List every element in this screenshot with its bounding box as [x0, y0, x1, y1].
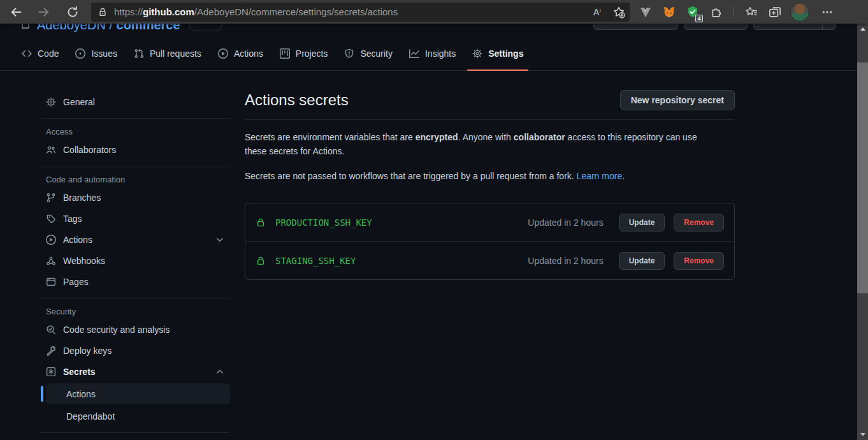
tab-issues[interactable]: Issues	[69, 36, 123, 70]
actions-secrets-panel: Actions secrets New repository secret Se…	[245, 90, 735, 439]
code-icon	[22, 48, 32, 59]
star-button[interactable]	[753, 24, 836, 30]
browser-back-button[interactable]	[5, 3, 27, 22]
repo-breadcrumb: AdeboyeDN / commerce	[37, 24, 180, 33]
tab-pull-requests[interactable]: Pull requests	[127, 36, 208, 70]
add-favorite-star-icon[interactable]	[608, 4, 630, 20]
browser-menu-dots-icon[interactable]	[816, 4, 838, 20]
fork-button[interactable]	[684, 24, 748, 30]
new-repository-secret-button[interactable]: New repository secret	[620, 90, 735, 110]
browser-profile-avatar[interactable]	[790, 3, 809, 22]
secrets-intro-text: Secrets are environment variables that a…	[245, 130, 718, 159]
update-secret-button[interactable]: Update	[619, 214, 665, 231]
extensions-row: 4	[637, 3, 838, 22]
repo-owner-link[interactable]: AdeboyeDN	[37, 24, 106, 32]
sidebar-section-security: Security	[41, 304, 230, 319]
sidebar-item-tags[interactable]: Tags	[41, 208, 230, 229]
url-protocol: https://	[114, 6, 143, 17]
url-text: https://github.com/AdeboyeDN/commerce/se…	[114, 6, 586, 17]
chevron-up-icon	[215, 367, 225, 377]
issue-icon	[75, 48, 85, 59]
browser-forward-button[interactable]	[33, 3, 55, 22]
sidebar-item-collaborators[interactable]: Collaborators	[41, 139, 230, 160]
secret-updated: Updated in 2 hours	[528, 256, 603, 266]
learn-more-link[interactable]: Learn more	[577, 171, 623, 181]
read-aloud-button[interactable]: A	[586, 4, 608, 20]
tab-insights[interactable]: Insights	[403, 36, 462, 70]
extensions-puzzle-icon[interactable]	[708, 4, 725, 20]
fork-note-text: Secrets are not passed to workflows that…	[245, 169, 718, 183]
sidebar-item-pages[interactable]: Pages	[41, 271, 230, 292]
people-icon	[46, 145, 56, 155]
lock-icon	[256, 217, 266, 228]
scrollbar-up-arrow[interactable]	[857, 24, 868, 34]
pull-request-icon	[134, 48, 144, 59]
webhook-icon	[46, 256, 56, 266]
toolbar-divider	[734, 6, 734, 18]
tab-security[interactable]: Security	[338, 36, 399, 70]
sidebar-divider	[41, 166, 230, 166]
play-circle-icon	[218, 48, 228, 59]
page-scrollbar[interactable]	[857, 24, 868, 440]
tag-icon	[46, 214, 56, 224]
sidebar-item-secrets[interactable]: Secrets	[41, 361, 230, 382]
header-divider	[245, 119, 735, 120]
secret-row: STAGING_SSH_KEY Updated in 2 hours Updat…	[245, 241, 734, 279]
sidebar-item-code-security[interactable]: Code security and analysis	[41, 319, 230, 340]
repo-nav-tabs: Code Issues Pull requests Actions Projec…	[0, 36, 857, 71]
url-domain: github.com	[143, 6, 194, 17]
tab-code[interactable]: Code	[15, 36, 65, 70]
sidebar-section-code-automation: Code and automation	[41, 172, 230, 187]
gear-icon	[472, 48, 482, 59]
secret-name: PRODUCTION_SSH_KEY	[275, 217, 372, 228]
browser-window-icon	[46, 277, 56, 287]
secret-asterisk-icon	[46, 367, 56, 377]
collections-icon[interactable]	[767, 4, 783, 20]
tab-actions[interactable]: Actions	[212, 36, 270, 70]
repo-visibility-badge	[189, 24, 222, 31]
graph-icon	[409, 48, 419, 59]
remove-secret-button[interactable]: Remove	[674, 252, 724, 270]
browser-refresh-button[interactable]	[62, 3, 83, 22]
scrollbar-down-arrow[interactable]	[857, 430, 868, 439]
sidebar-item-actions[interactable]: Actions	[41, 229, 230, 250]
metamask-extension-icon[interactable]	[661, 4, 677, 20]
secret-row: PRODUCTION_SSH_KEY Updated in 2 hours Up…	[245, 203, 734, 241]
adblock-shield-extension-icon[interactable]: 4	[684, 4, 701, 20]
sidebar-item-general[interactable]: General	[41, 91, 230, 112]
project-icon	[280, 48, 290, 59]
sidebar-subitem-secrets-actions[interactable]: Actions	[46, 383, 230, 404]
lock-icon	[256, 256, 266, 266]
watch-button[interactable]	[593, 24, 678, 30]
page-title: Actions secrets	[245, 91, 349, 109]
extension-badge: 4	[695, 15, 703, 22]
update-secret-button[interactable]: Update	[619, 252, 665, 270]
key-icon	[46, 346, 56, 356]
tab-settings[interactable]: Settings	[466, 36, 530, 70]
tab-projects[interactable]: Projects	[273, 36, 335, 70]
sidebar-item-webhooks[interactable]: Webhooks	[41, 250, 230, 271]
gear-icon	[46, 97, 56, 107]
repo-header: AdeboyeDN / commerce	[0, 24, 857, 36]
sidebar-divider	[41, 432, 230, 433]
url-path: /AdeboyeDN/commerce/settings/secrets/act…	[194, 6, 398, 17]
sidebar-item-deploy-keys[interactable]: Deploy keys	[41, 340, 230, 361]
repo-separator: /	[106, 24, 117, 32]
scrollbar-thumb[interactable]	[857, 62, 868, 293]
sidebar-item-branches[interactable]: Branches	[41, 187, 230, 208]
shield-icon	[344, 48, 354, 59]
address-bar[interactable]: https://github.com/AdeboyeDN/commerce/se…	[91, 3, 630, 22]
play-circle-icon	[46, 235, 56, 245]
repo-name-link[interactable]: commerce	[117, 24, 180, 32]
remove-secret-button[interactable]: Remove	[674, 214, 724, 231]
sidebar-subitem-secrets-dependabot[interactable]: Dependabot	[46, 406, 230, 427]
sidebar-section-access: Access	[41, 124, 230, 139]
settings-sidebar: General Access Collaborators Code and au…	[41, 90, 230, 439]
secrets-list: PRODUCTION_SSH_KEY Updated in 2 hours Up…	[245, 203, 735, 280]
vue-devtools-extension-icon[interactable]	[637, 4, 654, 20]
repo-action-buttons	[593, 24, 836, 30]
branch-icon	[46, 193, 56, 203]
favorites-hub-icon[interactable]	[743, 4, 760, 20]
github-page: AdeboyeDN / commerce Code Issues Pull re…	[0, 24, 857, 440]
site-lock-icon[interactable]	[91, 4, 114, 20]
